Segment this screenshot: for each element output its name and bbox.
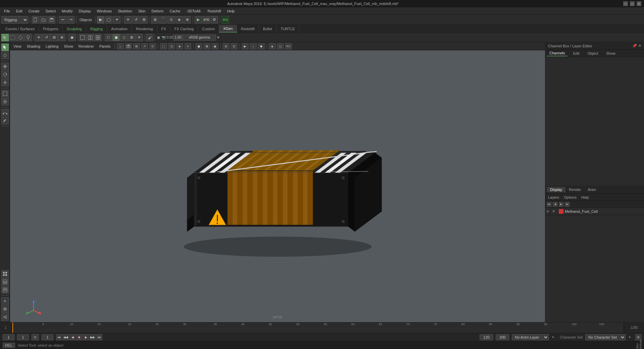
tab-rigging[interactable]: Rigging [86, 25, 107, 33]
3d-viewport[interactable]: persp Y X Z [10, 50, 545, 322]
go-to-start-button[interactable]: ⏮ [56, 334, 62, 340]
scale-icon[interactable]: ⊞ [50, 34, 58, 41]
layer-nav-first[interactable]: ⏮ [547, 202, 551, 207]
tab-turtle[interactable]: TURTLE [276, 25, 299, 33]
quick-layout-1[interactable] [1, 270, 9, 278]
lasso-tool[interactable] [1, 52, 9, 59]
curve-cv-tool[interactable] [1, 109, 9, 116]
layer-nav-next[interactable]: ▶ [559, 202, 564, 207]
vp-icon-camera[interactable] [125, 43, 132, 49]
snap-curve-button[interactable]: ⌒ [159, 16, 167, 23]
snap-surface-button[interactable]: ◈ [175, 16, 183, 23]
select-icon[interactable] [1, 34, 9, 41]
texture-icon[interactable]: ⊞ [128, 34, 135, 41]
ipr-render-button[interactable]: IPR [203, 16, 210, 23]
layer-tab-layers[interactable]: Layers [547, 195, 560, 200]
stop-button[interactable]: ■ [76, 334, 82, 340]
paint-select-button[interactable]: ✦ [113, 16, 120, 23]
viewport-menu-show[interactable]: Show [62, 44, 75, 49]
menu-skin[interactable]: Skin [136, 8, 148, 14]
menu-3dtoall[interactable]: -3DToAll- [184, 8, 204, 14]
tab-render[interactable]: Render [566, 187, 584, 192]
layer-reference[interactable]: P [553, 210, 557, 213]
rotate-tool-button[interactable]: ↺ [132, 16, 140, 23]
tab-redshift[interactable]: Redshift [237, 25, 259, 33]
tab-sculpting[interactable]: Sculpting [63, 25, 86, 33]
vp-icon-crease[interactable]: ≡ [184, 43, 191, 49]
paint-tool[interactable] [1, 117, 9, 124]
polygon-tool[interactable] [1, 90, 9, 97]
tab-object[interactable]: Object [585, 51, 601, 56]
menu-display[interactable]: Display [76, 8, 94, 14]
vp-icon-gate[interactable]: ⊡ [231, 43, 237, 49]
attr-editor-tab[interactable]: Attribute Editor [636, 341, 641, 349]
vp-icon-hud[interactable]: ⊟ [223, 43, 229, 49]
single-view-icon[interactable] [79, 34, 86, 41]
layer-row-methanol[interactable]: V P Methanol_Fuel_Cell [545, 208, 644, 215]
tab-polygons[interactable]: Polygons [39, 25, 62, 33]
frame-range-start-input[interactable] [17, 334, 29, 340]
vp-icon-pivot[interactable]: ⊙ [149, 43, 156, 49]
step-back-button[interactable]: ◀◀ [63, 334, 69, 340]
vp-icon-smooth[interactable]: ◉ [212, 43, 218, 49]
tab-display[interactable]: Display [547, 187, 566, 192]
layer-nav-last[interactable]: ⏭ [565, 202, 570, 207]
paint-effects-icon[interactable]: 🖌 [146, 34, 153, 41]
anim-layer-tool[interactable]: ⊗ [1, 297, 9, 305]
vp-icon-select-by-region[interactable]: ⬚ [160, 43, 167, 49]
render-button[interactable]: ▶ [195, 16, 202, 23]
maximize-button[interactable]: □ [630, 1, 635, 6]
vp-icon-sxshader[interactable]: RS [285, 43, 292, 49]
marquee-icon[interactable] [9, 34, 16, 41]
quick-layout-2[interactable] [1, 278, 9, 286]
snap-grid-button[interactable]: ⊞ [151, 16, 159, 23]
vp-icon-mute[interactable]: ♪ [250, 43, 257, 49]
render-settings-button[interactable]: ⚙ [211, 16, 218, 23]
move-tool-button[interactable]: ✛ [124, 16, 131, 23]
mel-mode-label[interactable]: MEL [3, 343, 15, 348]
frame-range-end-input[interactable] [42, 334, 53, 340]
layer-color-swatch[interactable] [559, 209, 564, 214]
right-panel-pin[interactable]: 📌 [632, 44, 637, 48]
vp-icon-isolate[interactable]: ◈ [269, 43, 276, 49]
anim-layer-dropdown-icon[interactable]: ▼ [551, 336, 554, 339]
exposure-field[interactable]: 1.00 [173, 35, 182, 41]
mode-select[interactable]: Rigging Modeling Animation Rendering Dyn… [1, 16, 28, 23]
snap-live-button[interactable]: ⊗ [183, 16, 191, 23]
viewport-menu-panels[interactable]: Panels [97, 44, 113, 49]
tab-rendering[interactable]: Rendering [132, 25, 157, 33]
render-preview-tool[interactable] [1, 305, 9, 313]
rotate-tool[interactable] [1, 71, 9, 78]
rs-render-button[interactable]: RS [222, 16, 229, 23]
timeline-ruler[interactable]: 5 10 15 20 25 30 35 40 45 50 55 60 65 70… [12, 322, 624, 333]
frame-type-selector[interactable]: ⊡ [32, 334, 39, 340]
open-scene-button[interactable] [40, 16, 47, 23]
vp-icon-move[interactable]: ↗ [141, 43, 148, 49]
menu-edit[interactable]: Edit [13, 8, 25, 14]
current-frame-input[interactable] [3, 334, 14, 340]
menu-help[interactable]: Help [224, 8, 237, 14]
menu-create[interactable]: Create [26, 8, 42, 14]
vp-icon-play[interactable]: ▶ [242, 43, 249, 49]
tab-custom[interactable]: Custom [198, 25, 219, 33]
viewport-menu-view[interactable]: View [11, 44, 23, 49]
xray-icon[interactable]: ◻ [120, 34, 127, 41]
vp-icon-select-border[interactable]: ◈ [176, 43, 183, 49]
right-panel-close[interactable]: ✕ [638, 44, 641, 48]
anim-layer-select[interactable]: No Anim Layer [512, 334, 549, 340]
hypershade-tool[interactable] [1, 313, 9, 321]
tab-edit[interactable]: Edit [570, 51, 582, 56]
move-tool[interactable] [1, 63, 9, 70]
tab-fx-caching[interactable]: FX Caching [170, 25, 198, 33]
save-scene-button[interactable] [48, 16, 55, 23]
color-space-dropdown[interactable]: ▼ [216, 36, 220, 39]
tab-bullet[interactable]: Bullet [259, 25, 277, 33]
viewport-menu-lighting[interactable]: Lighting [44, 44, 61, 49]
four-view-icon[interactable] [94, 34, 102, 41]
layer-tab-help[interactable]: Help [580, 195, 590, 200]
layer-nav-prev[interactable]: ◀ [553, 202, 557, 207]
two-view-icon[interactable] [87, 34, 94, 41]
step-forward-button[interactable]: ▶▶ [90, 334, 96, 340]
vp-icon-grid[interactable]: ⊞ [133, 43, 140, 49]
shaded-icon[interactable]: ◼ [112, 34, 120, 41]
